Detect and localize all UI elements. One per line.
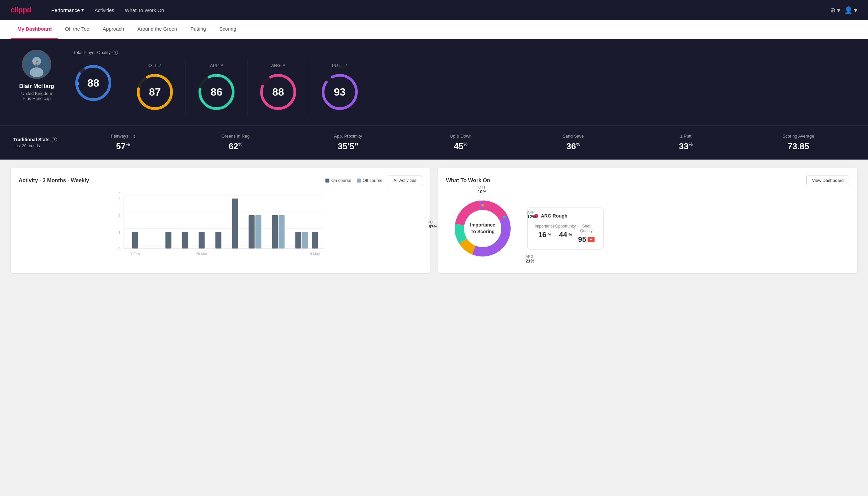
putt-trend-icon: ↗ — [344, 63, 347, 68]
player-info: 🏌️ Blair McHarg United Kingdom Plus Hand… — [13, 50, 60, 101]
app-logo[interactable]: clippd — [11, 6, 31, 14]
svg-point-52 — [499, 247, 501, 250]
svg-rect-34 — [216, 232, 221, 248]
user-menu-button[interactable]: 👤 ▾ — [845, 6, 857, 14]
detail-importance: Importance 16% — [534, 224, 555, 244]
stat-app-proximity: App. Proximity 35'5" — [292, 134, 404, 152]
svg-point-7 — [77, 82, 79, 85]
tab-scoring[interactable]: Scoring — [212, 20, 243, 38]
all-activities-button[interactable]: All Activities — [388, 175, 422, 185]
svg-rect-30 — [132, 232, 138, 248]
tab-putting[interactable]: Putting — [184, 20, 213, 38]
putt-score-card: PUTT ↗ 93 — [309, 60, 370, 114]
detail-header: ARG Rough — [534, 213, 597, 218]
nav-activities[interactable]: Activities — [95, 7, 114, 13]
what-to-work-on-card: What To Work On View Dashboard — [438, 168, 857, 273]
nav-what-to-work-on[interactable]: What To Work On — [125, 7, 164, 13]
view-dashboard-button[interactable]: View Dashboard — [806, 175, 849, 185]
ott-value: 87 — [149, 86, 161, 98]
arg-circle: 88 — [258, 72, 298, 112]
svg-rect-42 — [312, 232, 318, 248]
app-donut-label: APP 12% — [527, 210, 536, 219]
stat-name: App. Proximity — [292, 134, 404, 139]
stat-value: 45% — [404, 141, 517, 152]
ott-score-card: OTT ↗ 87 — [124, 60, 186, 114]
avatar: 🏌️ — [22, 50, 51, 79]
ott-trend-icon: ↗ — [159, 63, 161, 68]
activity-legend: On course Off course — [326, 178, 383, 183]
svg-text:7 Feb: 7 Feb — [130, 252, 140, 256]
user-dropdown-icon: ▾ — [854, 6, 857, 14]
svg-point-50 — [481, 204, 484, 206]
detail-title: ARG Rough — [541, 213, 567, 218]
help-icon[interactable]: ? — [113, 50, 118, 55]
traditional-stats-row: Traditional Stats ? Last 20 rounds Fairw… — [0, 125, 868, 159]
stat-name: Fairways Hit — [67, 134, 179, 139]
main-score-value: 88 — [87, 77, 99, 89]
total-player-quality-label: Total Player Quality ? — [73, 50, 855, 55]
work-on-title: What To Work On — [446, 177, 806, 184]
putt-donut-label: PUTT 57% — [428, 220, 437, 229]
svg-rect-39 — [279, 215, 285, 248]
arg-donut-label: ARG 21% — [525, 254, 534, 263]
nav-performance[interactable]: Performance ▾ — [51, 7, 84, 13]
plus-circle-icon: ⊕ — [830, 6, 836, 14]
activity-chart-svg: 0 1 2 3 4 — [19, 192, 422, 259]
player-name: Blair McHarg — [19, 83, 54, 90]
svg-point-2 — [30, 67, 44, 77]
work-on-header: What To Work On View Dashboard — [446, 175, 849, 185]
svg-rect-37 — [255, 215, 262, 248]
stat-sand-save: Sand Save 36% — [517, 134, 630, 152]
app-trend-icon: ↗ — [220, 63, 223, 68]
svg-text:Importance: Importance — [470, 222, 495, 228]
nav-right: ⊕ ▾ 👤 ▾ — [830, 6, 857, 14]
off-course-dot — [357, 179, 361, 183]
opportunity-label: Opportunity — [555, 224, 575, 229]
opportunity-value: 44% — [555, 231, 575, 239]
stat-1-putt: 1 Putt 33% — [630, 134, 742, 152]
stats-sublabel: Last 20 rounds — [13, 143, 67, 148]
legend-on-course: On course — [326, 178, 351, 183]
stat-value: 35'5" — [292, 141, 404, 152]
stat-greens-in-reg: Greens In Reg 62% — [179, 134, 292, 152]
svg-text:0: 0 — [118, 247, 120, 251]
stat-value: 33% — [630, 141, 742, 152]
add-button[interactable]: ⊕ ▾ — [830, 6, 840, 14]
scores-section: Total Player Quality ? 88 — [73, 50, 855, 114]
tab-approach[interactable]: Approach — [96, 20, 130, 38]
donut-chart-container: Importance To Scoring PUTT 57% OTT 10% A… — [446, 192, 519, 265]
svg-rect-31 — [165, 232, 172, 248]
arg-label: ARG ↗ — [271, 63, 285, 68]
svg-rect-32 — [182, 232, 188, 248]
stats-help-icon[interactable]: ? — [52, 137, 57, 142]
tab-around-the-green[interactable]: Around the Green — [130, 20, 184, 38]
arg-value: 88 — [272, 86, 284, 98]
arg-score-card: ARG ↗ 88 — [248, 60, 309, 114]
tab-off-the-tee[interactable]: Off the Tee — [58, 20, 96, 38]
top-navigation: clippd Performance ▾ Activities What To … — [0, 0, 868, 20]
activity-card: Activity - 3 Months - Weekly On course O… — [11, 168, 430, 273]
donut-chart-svg: Importance To Scoring — [446, 192, 519, 265]
dropdown-icon: ▾ — [81, 7, 84, 13]
svg-point-51 — [503, 216, 506, 218]
detail-card: ARG Rough Importance 16% Opportunity 44% — [527, 207, 603, 249]
stat-name: Scoring Average — [742, 134, 855, 139]
player-country: United Kingdom — [21, 91, 52, 96]
stat-value: 73.85 — [742, 141, 855, 152]
main-score-circle: 88 — [73, 63, 113, 103]
tab-my-dashboard[interactable]: My Dashboard — [11, 20, 58, 38]
player-handicap: Plus Handicap — [23, 96, 51, 101]
stat-value: 62% — [179, 141, 292, 152]
detail-opportunity: Opportunity 44% — [555, 224, 575, 244]
stat-up-and-down: Up & Down 45% — [404, 134, 517, 152]
stat-value: 57% — [67, 141, 179, 152]
activity-card-header: Activity - 3 Months - Weekly On course O… — [19, 175, 422, 185]
score-cards: 88 OTT ↗ 87 — [73, 60, 855, 114]
stat-scoring-average: Scoring Average 73.85 — [742, 134, 855, 152]
down-badge-icon: ▼ — [587, 237, 595, 242]
activity-chart-title: Activity - 3 Months - Weekly — [19, 177, 326, 184]
svg-text:9 May: 9 May — [310, 252, 320, 256]
ott-label: OTT ↗ — [148, 63, 161, 68]
svg-text:🏌️: 🏌️ — [33, 60, 40, 67]
stat-value: 36% — [517, 141, 630, 152]
